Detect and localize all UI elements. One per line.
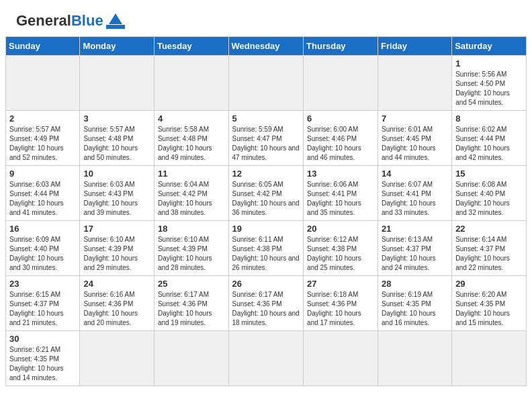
- day-number: 5: [232, 113, 300, 124]
- calendar-day-cell: 13Sunrise: 6:06 AM Sunset: 4:41 PM Dayli…: [304, 166, 378, 221]
- calendar-day-cell: [154, 331, 228, 386]
- calendar-week-row: 2Sunrise: 5:57 AM Sunset: 4:49 PM Daylig…: [6, 111, 527, 166]
- weekday-header: Sunday: [6, 37, 80, 56]
- day-number: 20: [307, 224, 374, 234]
- weekday-header: Saturday: [452, 37, 527, 56]
- calendar-day-cell: 21Sunrise: 6:13 AM Sunset: 4:37 PM Dayli…: [378, 221, 452, 276]
- day-number: 27: [307, 279, 374, 289]
- calendar-day-cell: 27Sunrise: 6:18 AM Sunset: 4:36 PM Dayli…: [304, 276, 378, 331]
- day-number: 12: [232, 169, 300, 179]
- day-info: Sunrise: 6:10 AM Sunset: 4:39 PM Dayligh…: [158, 235, 225, 273]
- day-number: 17: [83, 224, 150, 234]
- day-number: 19: [232, 224, 300, 234]
- calendar-day-cell: 11Sunrise: 6:04 AM Sunset: 4:42 PM Dayli…: [154, 166, 228, 221]
- calendar-day-cell: [304, 56, 378, 111]
- calendar-week-row: 30Sunrise: 6:21 AM Sunset: 4:35 PM Dayli…: [6, 331, 527, 386]
- calendar-day-cell: [6, 56, 80, 111]
- day-info: Sunrise: 5:57 AM Sunset: 4:48 PM Dayligh…: [83, 125, 150, 163]
- calendar-day-cell: 12Sunrise: 6:05 AM Sunset: 4:42 PM Dayli…: [228, 166, 304, 221]
- day-number: 3: [83, 113, 150, 124]
- day-number: 30: [9, 334, 76, 344]
- calendar-day-cell: 8Sunrise: 6:02 AM Sunset: 4:44 PM Daylig…: [452, 111, 527, 166]
- calendar-day-cell: 24Sunrise: 6:16 AM Sunset: 4:36 PM Dayli…: [80, 276, 154, 331]
- calendar-day-cell: [304, 331, 378, 386]
- calendar-week-row: 9Sunrise: 6:03 AM Sunset: 4:44 PM Daylig…: [6, 166, 527, 221]
- day-number: 25: [158, 279, 225, 289]
- day-info: Sunrise: 6:06 AM Sunset: 4:41 PM Dayligh…: [307, 180, 374, 218]
- calendar-day-cell: 16Sunrise: 6:09 AM Sunset: 4:40 PM Dayli…: [6, 221, 80, 276]
- calendar-day-cell: [228, 331, 304, 386]
- day-number: 2: [9, 113, 76, 124]
- calendar-week-row: 1Sunrise: 5:56 AM Sunset: 4:50 PM Daylig…: [6, 56, 527, 111]
- calendar-day-cell: 2Sunrise: 5:57 AM Sunset: 4:49 PM Daylig…: [6, 111, 80, 166]
- day-number: 9: [9, 169, 76, 179]
- day-info: Sunrise: 6:21 AM Sunset: 4:35 PM Dayligh…: [9, 345, 76, 383]
- calendar-day-cell: [80, 331, 154, 386]
- day-info: Sunrise: 6:20 AM Sunset: 4:35 PM Dayligh…: [455, 290, 523, 328]
- day-number: 16: [9, 224, 76, 234]
- day-number: 18: [158, 224, 225, 234]
- day-number: 22: [455, 224, 523, 234]
- calendar-day-cell: 15Sunrise: 6:08 AM Sunset: 4:40 PM Dayli…: [452, 166, 527, 221]
- logo-blue-text: Blue: [71, 12, 103, 30]
- calendar-day-cell: 10Sunrise: 6:03 AM Sunset: 4:43 PM Dayli…: [80, 166, 154, 221]
- logo: General Blue: [16, 12, 125, 30]
- day-info: Sunrise: 5:58 AM Sunset: 4:48 PM Dayligh…: [158, 125, 225, 163]
- day-number: 24: [83, 279, 150, 289]
- day-number: 14: [382, 169, 448, 179]
- day-info: Sunrise: 6:19 AM Sunset: 4:35 PM Dayligh…: [382, 290, 448, 328]
- calendar-day-cell: [80, 56, 154, 111]
- calendar-day-cell: 7Sunrise: 6:01 AM Sunset: 4:45 PM Daylig…: [378, 111, 452, 166]
- weekday-header: Thursday: [304, 37, 378, 56]
- day-number: 23: [9, 279, 76, 289]
- day-number: 29: [455, 279, 523, 289]
- weekday-header: Wednesday: [228, 37, 304, 56]
- day-info: Sunrise: 6:03 AM Sunset: 4:44 PM Dayligh…: [9, 180, 76, 218]
- day-number: 1: [455, 58, 523, 68]
- day-info: Sunrise: 5:59 AM Sunset: 4:47 PM Dayligh…: [232, 125, 300, 163]
- day-info: Sunrise: 6:17 AM Sunset: 4:36 PM Dayligh…: [232, 290, 300, 328]
- calendar-day-cell: 3Sunrise: 5:57 AM Sunset: 4:48 PM Daylig…: [80, 111, 154, 166]
- day-info: Sunrise: 6:16 AM Sunset: 4:36 PM Dayligh…: [83, 290, 150, 328]
- calendar-day-cell: 29Sunrise: 6:20 AM Sunset: 4:35 PM Dayli…: [452, 276, 527, 331]
- calendar-day-cell: 4Sunrise: 5:58 AM Sunset: 4:48 PM Daylig…: [154, 111, 228, 166]
- calendar-day-cell: 28Sunrise: 6:19 AM Sunset: 4:35 PM Dayli…: [378, 276, 452, 331]
- calendar-day-cell: 20Sunrise: 6:12 AM Sunset: 4:38 PM Dayli…: [304, 221, 378, 276]
- calendar-week-row: 23Sunrise: 6:15 AM Sunset: 4:37 PM Dayli…: [6, 276, 527, 331]
- calendar-day-cell: [378, 331, 452, 386]
- weekday-header: Monday: [80, 37, 154, 56]
- day-info: Sunrise: 6:10 AM Sunset: 4:39 PM Dayligh…: [83, 235, 150, 273]
- day-number: 11: [158, 169, 225, 179]
- calendar-day-cell: 18Sunrise: 6:10 AM Sunset: 4:39 PM Dayli…: [154, 221, 228, 276]
- calendar-day-cell: 23Sunrise: 6:15 AM Sunset: 4:37 PM Dayli…: [6, 276, 80, 331]
- calendar-day-cell: 6Sunrise: 6:00 AM Sunset: 4:46 PM Daylig…: [304, 111, 378, 166]
- day-info: Sunrise: 6:17 AM Sunset: 4:36 PM Dayligh…: [158, 290, 225, 328]
- calendar-day-cell: 14Sunrise: 6:07 AM Sunset: 4:41 PM Dayli…: [378, 166, 452, 221]
- day-info: Sunrise: 6:15 AM Sunset: 4:37 PM Dayligh…: [9, 290, 76, 328]
- calendar-day-cell: 5Sunrise: 5:59 AM Sunset: 4:47 PM Daylig…: [228, 111, 304, 166]
- day-info: Sunrise: 6:18 AM Sunset: 4:36 PM Dayligh…: [307, 290, 374, 328]
- calendar-week-row: 16Sunrise: 6:09 AM Sunset: 4:40 PM Dayli…: [6, 221, 527, 276]
- weekday-header: Tuesday: [154, 37, 228, 56]
- day-info: Sunrise: 6:04 AM Sunset: 4:42 PM Dayligh…: [158, 180, 225, 218]
- logo-text: General: [16, 12, 71, 30]
- calendar-day-cell: 25Sunrise: 6:17 AM Sunset: 4:36 PM Dayli…: [154, 276, 228, 331]
- weekday-header-row: SundayMondayTuesdayWednesdayThursdayFrid…: [6, 37, 527, 56]
- calendar-day-cell: 17Sunrise: 6:10 AM Sunset: 4:39 PM Dayli…: [80, 221, 154, 276]
- calendar-day-cell: [378, 56, 452, 111]
- day-info: Sunrise: 6:05 AM Sunset: 4:42 PM Dayligh…: [232, 180, 300, 218]
- day-number: 21: [382, 224, 448, 234]
- weekday-header: Friday: [378, 37, 452, 56]
- day-info: Sunrise: 6:00 AM Sunset: 4:46 PM Dayligh…: [307, 125, 374, 163]
- day-info: Sunrise: 6:08 AM Sunset: 4:40 PM Dayligh…: [455, 180, 523, 218]
- day-info: Sunrise: 6:02 AM Sunset: 4:44 PM Dayligh…: [455, 125, 523, 163]
- calendar-day-cell: [154, 56, 228, 111]
- day-info: Sunrise: 5:57 AM Sunset: 4:49 PM Dayligh…: [9, 125, 76, 163]
- day-info: Sunrise: 6:07 AM Sunset: 4:41 PM Dayligh…: [382, 180, 448, 218]
- day-number: 13: [307, 169, 374, 179]
- calendar-table: SundayMondayTuesdayWednesdayThursdayFrid…: [5, 36, 527, 386]
- day-number: 4: [158, 113, 225, 124]
- day-number: 8: [455, 113, 523, 124]
- day-info: Sunrise: 6:09 AM Sunset: 4:40 PM Dayligh…: [9, 235, 76, 273]
- calendar-day-cell: 9Sunrise: 6:03 AM Sunset: 4:44 PM Daylig…: [6, 166, 80, 221]
